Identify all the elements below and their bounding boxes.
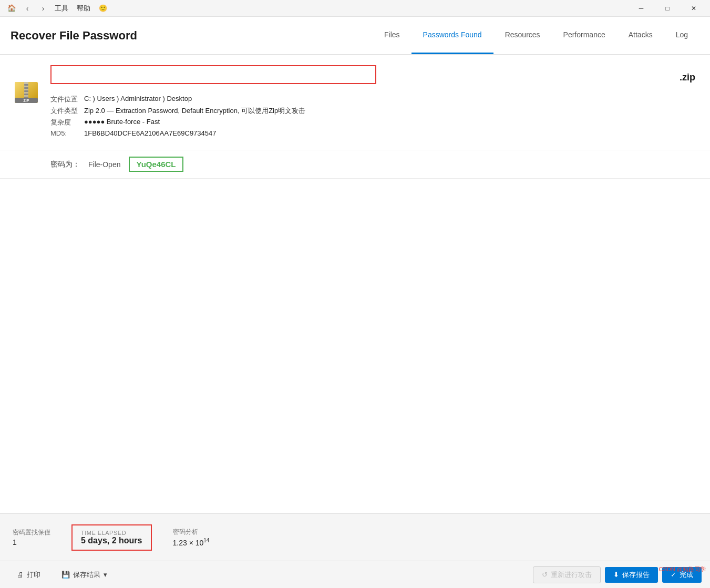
print-button[interactable]: 🖨 打印 <box>8 567 49 583</box>
complexity-value: ●●●●● Brute-force - Fast <box>84 118 697 127</box>
titlebar-menu: 工具 帮助 🙂 <box>55 4 107 13</box>
location-value: C: ) Users ) Administrator ) Desktop <box>84 95 697 104</box>
watermark: CSDN @知路同学 <box>659 565 706 573</box>
password-label: 密码为： <box>50 160 80 169</box>
statusbar: 密码置找保僅 1 TIME ELAPSED 5 days, 2 hours 密码… <box>0 513 710 561</box>
save-results-button[interactable]: 💾 保存结果 ▾ <box>53 567 116 583</box>
menu-emoji[interactable]: 🙂 <box>99 4 107 12</box>
tab-log[interactable]: Log <box>664 17 699 54</box>
restart-attack-button[interactable]: ↺ 重新进行攻击 <box>533 566 601 583</box>
back-button[interactable]: ‹ <box>20 1 35 16</box>
file-name-extension: .zip <box>680 72 697 83</box>
maximize-button[interactable]: □ <box>655 0 680 17</box>
save-report-button[interactable]: ⬇ 保存报告 <box>605 567 658 583</box>
content-area <box>0 179 710 513</box>
menu-tools[interactable]: 工具 <box>55 4 68 13</box>
tab-nav: Files Passwords Found Resources Performa… <box>373 17 699 54</box>
minimize-button[interactable]: ─ <box>629 0 653 17</box>
header: Recover File Password Files Passwords Fo… <box>0 17 710 55</box>
analysis-label: 密码分析 <box>173 528 210 537</box>
close-button[interactable]: ✕ <box>682 0 706 17</box>
md5-label: MD5: <box>50 129 78 137</box>
analysis-status: 密码分析 1.23 × 1014 <box>173 528 210 547</box>
file-header: ZIP .zip 文件位置 C: ) Users ) Administrator… <box>13 65 697 137</box>
svg-text:ZIP: ZIP <box>24 99 29 102</box>
print-icon: 🖨 <box>17 571 24 579</box>
file-icon: ZIP <box>13 78 42 107</box>
nav-buttons: 🏠 ‹ › <box>4 1 50 16</box>
type-value: Zip 2.0 — Extraction Password, Default E… <box>84 106 697 116</box>
location-label: 文件位置 <box>50 95 78 104</box>
passwords-found-status: 密码置找保僅 1 <box>13 528 50 546</box>
download-icon: ⬇ <box>613 571 619 579</box>
forward-button[interactable]: › <box>36 1 50 16</box>
svg-rect-3 <box>24 84 28 86</box>
tab-resources[interactable]: Resources <box>493 17 552 54</box>
passwords-found-status-value: 1 <box>13 538 50 546</box>
password-value: YuQe46CL <box>136 160 176 169</box>
file-info-block: .zip 文件位置 C: ) Users ) Administrator ) D… <box>50 65 697 137</box>
actionbar: 🖨 打印 💾 保存结果 ▾ ↺ 重新进行攻击 ⬇ 保存报告 ✓ 完成 <box>0 561 710 588</box>
titlebar: 🏠 ‹ › 工具 帮助 🙂 ─ □ ✕ <box>0 0 710 17</box>
password-result-row: 密码为： File-Open YuQe46CL <box>0 150 710 179</box>
time-elapsed-label: TIME ELAPSED <box>81 530 126 536</box>
analysis-value: 1.23 × 1014 <box>173 538 210 547</box>
complexity-label: 复杂度 <box>50 118 78 127</box>
save-results-icon: 💾 <box>61 571 70 579</box>
window-controls: ─ □ ✕ <box>629 0 706 17</box>
file-details: 文件位置 C: ) Users ) Administrator ) Deskto… <box>50 95 697 137</box>
app-title: Recover File Password <box>11 29 373 43</box>
tab-files[interactable]: Files <box>373 17 411 54</box>
file-name-bar <box>50 65 376 84</box>
restart-icon: ↺ <box>542 571 548 579</box>
svg-rect-4 <box>24 87 28 89</box>
password-box: YuQe46CL <box>129 157 183 172</box>
svg-rect-5 <box>24 90 28 92</box>
tab-passwords-found[interactable]: Passwords Found <box>411 17 493 54</box>
chevron-down-icon: ▾ <box>104 571 107 579</box>
home-button[interactable]: 🏠 <box>4 1 19 16</box>
md5-value: 1FB6BD40DCFE6A2106AA7E69C9734547 <box>84 129 697 137</box>
main-content: ZIP .zip 文件位置 C: ) Users ) Administrator… <box>0 55 710 561</box>
menu-help[interactable]: 帮助 <box>77 4 90 13</box>
file-section: ZIP .zip 文件位置 C: ) Users ) Administrator… <box>0 55 710 150</box>
passwords-found-status-label: 密码置找保僅 <box>13 528 50 537</box>
tab-performance[interactable]: Performance <box>552 17 617 54</box>
tab-attacks[interactable]: Attacks <box>617 17 664 54</box>
time-elapsed-value: 5 days, 2 hours <box>81 536 142 545</box>
svg-rect-6 <box>24 94 28 95</box>
time-elapsed-box: TIME ELAPSED 5 days, 2 hours <box>71 524 152 551</box>
type-label: 文件类型 <box>50 106 78 116</box>
password-type: File-Open <box>88 160 120 169</box>
